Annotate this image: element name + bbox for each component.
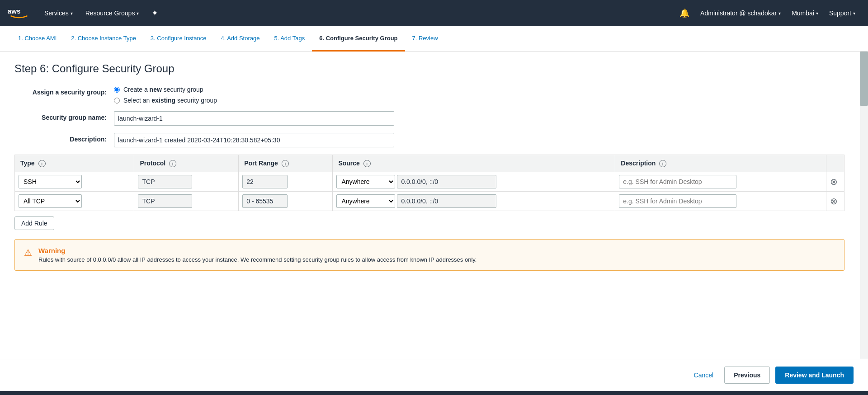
warning-title: Warning: [38, 247, 476, 254]
col-type: Type i: [15, 155, 134, 172]
footer: 💬 Feedback 🌐 English (US) © 2008 - 2020,…: [0, 391, 868, 395]
warning-content: Warning Rules with source of 0.0.0.0/0 a…: [38, 247, 476, 263]
port-cell-2: [239, 192, 333, 211]
sg-name-label: Security group name:: [14, 111, 114, 121]
support-chevron: ▾: [853, 11, 855, 16]
remove-rule-1[interactable]: ⊗: [830, 176, 838, 187]
cancel-button[interactable]: Cancel: [689, 369, 719, 381]
add-rule-button[interactable]: Add Rule: [14, 216, 54, 230]
source-info-icon[interactable]: i: [363, 160, 371, 167]
desc-input-1[interactable]: [619, 175, 736, 188]
source-cell-1: Anywhere Custom My IP: [333, 172, 615, 192]
warning-triangle-icon: ⚠: [24, 247, 32, 258]
rules-table: Type i Protocol i Port Range i Source i …: [14, 155, 844, 211]
protocol-cell-1: [134, 172, 239, 192]
description-info-icon[interactable]: i: [659, 160, 666, 167]
cidr-input-2[interactable]: [397, 194, 496, 208]
protocol-info-icon[interactable]: i: [169, 160, 176, 167]
breadcrumb: 1. Choose AMI 2. Choose Instance Type 3.…: [0, 26, 868, 52]
sg-description-input[interactable]: [114, 133, 394, 147]
col-description: Description i: [615, 155, 826, 172]
protocol-input-2: [138, 194, 192, 208]
table-row: SSH All TCP All UDP Custom TCP HTTP HTTP…: [15, 192, 844, 211]
warning-box: ⚠ Warning Rules with source of 0.0.0.0/0…: [14, 239, 844, 271]
protocol-cell-2: [134, 192, 239, 211]
page-title: Step 6: Configure Security Group: [14, 62, 854, 75]
port-input-2: [242, 194, 288, 208]
radio-new-input[interactable]: [114, 87, 120, 93]
col-port-range: Port Range i: [239, 155, 333, 172]
region-chevron: ▾: [816, 11, 818, 16]
radio-new-sg[interactable]: Create a new security group: [114, 86, 217, 93]
pin-icon-btn[interactable]: ✦: [145, 0, 165, 26]
user-chevron: ▾: [778, 11, 781, 16]
action-bar: Cancel Previous Review and Launch: [0, 359, 868, 391]
col-source: Source i: [333, 155, 615, 172]
step-add-storage[interactable]: 4. Add Storage: [213, 26, 267, 52]
assign-sg-label: Assign a security group:: [14, 86, 114, 96]
step-security-group[interactable]: 6. Configure Security Group: [312, 26, 405, 52]
services-menu[interactable]: Services ▾: [38, 0, 79, 26]
desc-input-2[interactable]: [619, 194, 736, 208]
type-select-2[interactable]: SSH All TCP All UDP Custom TCP HTTP HTTP…: [19, 194, 82, 208]
region-menu[interactable]: Mumbai ▾: [786, 0, 824, 26]
type-select-1[interactable]: SSH All TCP All UDP Custom TCP HTTP HTTP…: [19, 175, 82, 188]
sg-name-row: Security group name:: [14, 111, 854, 126]
table-row: SSH All TCP All UDP Custom TCP HTTP HTTP…: [15, 172, 844, 192]
type-cell-2: SSH All TCP All UDP Custom TCP HTTP HTTP…: [15, 192, 134, 211]
step-instance-type[interactable]: 2. Choose Instance Type: [64, 26, 143, 52]
services-label: Services: [44, 9, 69, 17]
step-configure-instance[interactable]: 3. Configure Instance: [143, 26, 214, 52]
review-launch-button[interactable]: Review and Launch: [775, 367, 854, 384]
svg-text:aws: aws: [8, 7, 21, 15]
port-input-1: [242, 175, 288, 188]
source-select-1[interactable]: Anywhere Custom My IP: [336, 175, 395, 188]
col-protocol: Protocol i: [134, 155, 239, 172]
region-label: Mumbai: [792, 9, 814, 17]
port-cell-1: [239, 172, 333, 192]
sg-name-input[interactable]: [114, 111, 394, 126]
services-chevron: ▾: [71, 11, 73, 16]
step-ami[interactable]: 1. Choose AMI: [11, 26, 64, 52]
step-add-tags[interactable]: 5. Add Tags: [267, 26, 312, 52]
remove-rule-2[interactable]: ⊗: [830, 196, 838, 207]
remove-cell-2: ⊗: [826, 192, 844, 211]
radio-existing-input[interactable]: [114, 98, 120, 103]
source-cell-2: Anywhere Custom My IP: [333, 192, 615, 211]
support-menu[interactable]: Support ▾: [824, 0, 861, 26]
source-select-2[interactable]: Anywhere Custom My IP: [336, 194, 395, 208]
support-label: Support: [829, 9, 851, 17]
scroll-thumb[interactable]: [860, 52, 868, 106]
sg-description-row: Description:: [14, 133, 854, 147]
resource-groups-label: Resource Groups: [85, 9, 135, 17]
user-label: Administrator @ schadokar: [700, 9, 777, 17]
scrollbar[interactable]: [860, 52, 868, 359]
previous-button[interactable]: Previous: [724, 367, 770, 384]
remove-cell-1: ⊗: [826, 172, 844, 192]
radio-existing-sg[interactable]: Select an existing security group: [114, 97, 217, 104]
aws-logo[interactable]: aws: [7, 6, 31, 20]
sg-radio-group: Create a new security group Select an ex…: [114, 86, 217, 104]
port-info-icon[interactable]: i: [282, 160, 289, 167]
cidr-input-1[interactable]: [397, 175, 496, 188]
step-review[interactable]: 7. Review: [405, 26, 445, 52]
type-info-icon[interactable]: i: [38, 160, 46, 167]
assign-sg-row: Assign a security group: Create a new se…: [14, 86, 854, 104]
notifications-bell[interactable]: 🔔: [674, 0, 695, 26]
main-content: Step 6: Configure Security Group Assign …: [0, 52, 868, 359]
top-nav: aws Services ▾ Resource Groups ▾ ✦ 🔔 Adm…: [0, 0, 868, 26]
sg-description-label: Description:: [14, 133, 114, 143]
warning-text: Rules with source of 0.0.0.0/0 allow all…: [38, 256, 476, 263]
resource-groups-menu[interactable]: Resource Groups ▾: [79, 0, 146, 26]
type-cell-1: SSH All TCP All UDP Custom TCP HTTP HTTP…: [15, 172, 134, 192]
protocol-input-1: [138, 175, 192, 188]
desc-cell-2: [615, 192, 826, 211]
user-menu[interactable]: Administrator @ schadokar ▾: [695, 0, 786, 26]
resource-groups-chevron: ▾: [137, 11, 139, 16]
desc-cell-1: [615, 172, 826, 192]
